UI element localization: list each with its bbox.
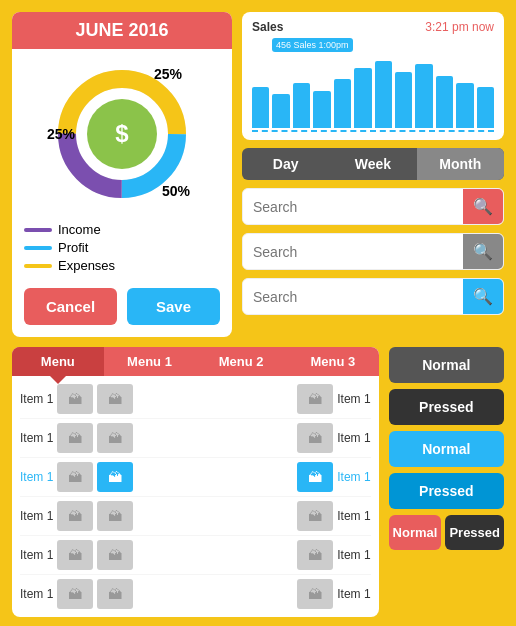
pct-left: 25% bbox=[47, 126, 75, 142]
tab-week[interactable]: Week bbox=[329, 148, 416, 180]
list-row-2: Item 1 🏔 🏔 🏔 Item 1 bbox=[20, 458, 371, 497]
pct-top: 25% bbox=[154, 66, 182, 82]
list-area: Item 1 🏔 🏔 🏔 Item 1 Item 1 🏔 🏔 🏔 Item 1 bbox=[12, 376, 379, 617]
bar-7 bbox=[375, 61, 392, 129]
img-1a: 🏔 bbox=[57, 423, 93, 453]
item-label-4: Item 1 bbox=[20, 548, 53, 562]
tab-row: Day Week Month bbox=[242, 148, 504, 180]
chart-box: Sales 3:21 pm now 456 Sales 1:00pm bbox=[242, 12, 504, 140]
legend-profit-label: Profit bbox=[58, 240, 88, 255]
img-0b: 🏔 bbox=[97, 384, 133, 414]
legend-income-dot bbox=[24, 228, 52, 232]
bar-8 bbox=[395, 72, 412, 128]
list-row-3: Item 1 🏔 🏔 🏔 Item 1 bbox=[20, 497, 371, 536]
search-button-1[interactable]: 🔍 bbox=[463, 189, 503, 224]
pressed-button-2[interactable]: Pressed bbox=[389, 473, 504, 509]
cancel-button[interactable]: Cancel bbox=[24, 288, 117, 325]
menu-item-0[interactable]: Menu bbox=[12, 347, 104, 376]
chart-dashed-line bbox=[252, 130, 494, 132]
action-buttons: Cancel Save bbox=[24, 288, 220, 325]
normal-button-1[interactable]: Normal bbox=[389, 347, 504, 383]
legend-profit: Profit bbox=[24, 240, 220, 255]
pressed-button-1[interactable]: Pressed bbox=[389, 389, 504, 425]
item-right-label-3: Item 1 bbox=[337, 509, 370, 523]
bar-12 bbox=[477, 87, 494, 128]
legend-profit-dot bbox=[24, 246, 52, 250]
item-label-0: Item 1 bbox=[20, 392, 53, 406]
img-1b: 🏔 bbox=[97, 423, 133, 453]
img-3b: 🏔 bbox=[97, 501, 133, 531]
menu-item-2[interactable]: Menu 2 bbox=[195, 347, 287, 376]
tab-day[interactable]: Day bbox=[242, 148, 329, 180]
chart-header: Sales 3:21 pm now bbox=[252, 20, 494, 34]
bottom-left-panel: Menu Menu 1 Menu 2 Menu 3 Item 1 🏔 🏔 🏔 I… bbox=[12, 347, 379, 617]
bar-1 bbox=[252, 87, 269, 128]
item-label-3: Item 1 bbox=[20, 509, 53, 523]
bar-2 bbox=[272, 94, 289, 128]
img-5a: 🏔 bbox=[57, 579, 93, 609]
bar-9 bbox=[415, 64, 432, 128]
legend-expenses-dot bbox=[24, 264, 52, 268]
item-right-label-1: Item 1 bbox=[337, 431, 370, 445]
tab-month[interactable]: Month bbox=[417, 148, 504, 180]
list-row-1: Item 1 🏔 🏔 🏔 Item 1 bbox=[20, 419, 371, 458]
img-5c: 🏔 bbox=[297, 579, 333, 609]
menu-item-1[interactable]: Menu 1 bbox=[104, 347, 196, 376]
normal-button-2[interactable]: Normal bbox=[389, 431, 504, 467]
menu-bar: Menu Menu 1 Menu 2 Menu 3 bbox=[12, 347, 379, 376]
bar-label: 456 Sales 1:00pm bbox=[272, 38, 353, 52]
chart-time: 3:21 pm now bbox=[425, 20, 494, 34]
item-label-1: Item 1 bbox=[20, 431, 53, 445]
right-panel: Sales 3:21 pm now 456 Sales 1:00pm bbox=[242, 12, 504, 337]
list-row-4: Item 1 🏔 🏔 🏔 Item 1 bbox=[20, 536, 371, 575]
list-row-0: Item 1 🏔 🏔 🏔 Item 1 bbox=[20, 380, 371, 419]
item-right-label-2: Item 1 bbox=[337, 470, 370, 484]
img-2b: 🏔 bbox=[97, 462, 133, 492]
img-0c: 🏔 bbox=[297, 384, 333, 414]
save-button[interactable]: Save bbox=[127, 288, 220, 325]
img-4b: 🏔 bbox=[97, 540, 133, 570]
normal-button-3[interactable]: Normal bbox=[389, 515, 442, 550]
legend-income-label: Income bbox=[58, 222, 101, 237]
bar-11 bbox=[456, 83, 473, 128]
img-5b: 🏔 bbox=[97, 579, 133, 609]
search-button-3[interactable]: 🔍 bbox=[463, 279, 503, 314]
img-2a: 🏔 bbox=[57, 462, 93, 492]
item-right-label-4: Item 1 bbox=[337, 548, 370, 562]
item-right-label-5: Item 1 bbox=[337, 587, 370, 601]
img-2c: 🏔 bbox=[297, 462, 333, 492]
btn-pair: Normal Pressed bbox=[389, 515, 504, 550]
item-label-5: Item 1 bbox=[20, 587, 53, 601]
left-panel: JUNE 2016 $ 25% 25% 50% Income bbox=[12, 12, 232, 337]
donut-chart: $ 25% 25% 50% bbox=[52, 64, 192, 204]
search-row-1: 🔍 bbox=[242, 188, 504, 225]
legend-income: Income bbox=[24, 222, 220, 237]
img-3c: 🏔 bbox=[297, 501, 333, 531]
item-label-2: Item 1 bbox=[20, 470, 53, 484]
panel-header: JUNE 2016 bbox=[12, 12, 232, 49]
item-right-label-0: Item 1 bbox=[337, 392, 370, 406]
search-input-1[interactable] bbox=[243, 191, 463, 223]
menu-item-3[interactable]: Menu 3 bbox=[287, 347, 379, 376]
bottom-right-buttons: Normal Pressed Normal Pressed Normal Pre… bbox=[389, 347, 504, 617]
search-button-2[interactable]: 🔍 bbox=[463, 234, 503, 269]
legend-expenses: Expenses bbox=[24, 258, 220, 273]
search-input-3[interactable] bbox=[243, 281, 463, 313]
pct-bottom: 50% bbox=[162, 183, 190, 199]
img-4a: 🏔 bbox=[57, 540, 93, 570]
img-3a: 🏔 bbox=[57, 501, 93, 531]
chart-legend: Income Profit Expenses bbox=[24, 219, 220, 276]
bar-chart: 456 Sales 1:00pm bbox=[252, 38, 494, 128]
bottom-section: Menu Menu 1 Menu 2 Menu 3 Item 1 🏔 🏔 🏔 I… bbox=[12, 347, 504, 617]
list-row-5: Item 1 🏔 🏔 🏔 Item 1 bbox=[20, 575, 371, 613]
search-row-3: 🔍 bbox=[242, 278, 504, 315]
img-1c: 🏔 bbox=[297, 423, 333, 453]
bar-4 bbox=[313, 91, 330, 129]
pressed-button-3[interactable]: Pressed bbox=[445, 515, 504, 550]
bar-3 bbox=[293, 83, 310, 128]
search-row-2: 🔍 bbox=[242, 233, 504, 270]
search-input-2[interactable] bbox=[243, 236, 463, 268]
bar-6 bbox=[354, 68, 371, 128]
bar-5 bbox=[334, 79, 351, 128]
donut-center-icon: $ bbox=[87, 99, 157, 169]
